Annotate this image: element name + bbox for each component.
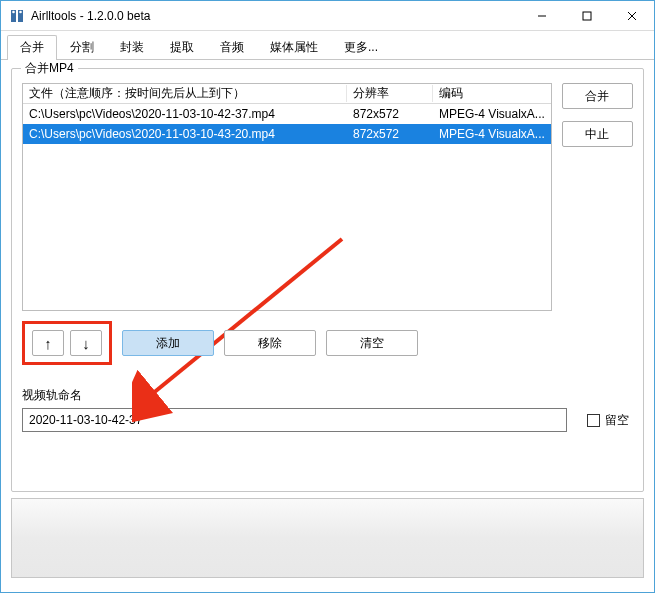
- track-name-label: 视频轨命名: [22, 387, 633, 404]
- button-label: 合并: [585, 88, 609, 105]
- cell-enc: MPEG-4 VisualxA...: [433, 127, 551, 141]
- file-list[interactable]: 文件（注意顺序：按时间先后从上到下） 分辨率 编码 C:\Users\pc\Vi…: [22, 83, 552, 311]
- cell-file: C:\Users\pc\Videos\2020-11-03-10-42-37.m…: [23, 107, 347, 121]
- clear-button[interactable]: 清空: [326, 330, 418, 356]
- button-label: 清空: [360, 335, 384, 352]
- close-button[interactable]: [609, 1, 654, 30]
- tab-package[interactable]: 封装: [107, 35, 157, 60]
- button-label: 移除: [258, 335, 282, 352]
- tab-split[interactable]: 分割: [57, 35, 107, 60]
- col-encoding[interactable]: 编码: [433, 85, 551, 102]
- cell-enc: MPEG-4 VisualxA...: [433, 107, 551, 121]
- move-down-button[interactable]: ↓: [70, 330, 102, 356]
- svg-point-3: [19, 10, 22, 13]
- tab-label: 封装: [120, 40, 144, 54]
- tab-label: 音频: [220, 40, 244, 54]
- tab-label: 媒体属性: [270, 40, 318, 54]
- log-output[interactable]: [11, 498, 644, 578]
- down-arrow-icon: ↓: [82, 335, 90, 352]
- tab-audio[interactable]: 音频: [207, 35, 257, 60]
- cell-res: 872x572: [347, 127, 433, 141]
- app-window: Airlltools - 1.2.0.0 beta 合并 分割 封装 提取 音频…: [0, 0, 655, 593]
- col-resolution[interactable]: 分辨率: [347, 85, 433, 102]
- tab-extract[interactable]: 提取: [157, 35, 207, 60]
- button-label: 添加: [156, 335, 180, 352]
- tab-label: 提取: [170, 40, 194, 54]
- merge-panel: 合并MP4 文件（注意顺序：按时间先后从上到下） 分辨率 编码 C:\Users…: [11, 68, 644, 492]
- tab-bar: 合并 分割 封装 提取 音频 媒体属性 更多...: [1, 31, 654, 60]
- leave-empty-checkbox[interactable]: [587, 414, 600, 427]
- tab-label: 合并: [20, 40, 44, 54]
- app-icon: [9, 8, 25, 24]
- svg-point-2: [12, 10, 15, 13]
- titlebar: Airlltools - 1.2.0.0 beta: [1, 1, 654, 31]
- maximize-button[interactable]: [564, 1, 609, 30]
- tab-label: 更多...: [344, 40, 378, 54]
- list-row[interactable]: C:\Users\pc\Videos\2020-11-03-10-43-20.m…: [23, 124, 551, 144]
- reorder-buttons-highlight: ↑ ↓: [22, 321, 112, 365]
- track-name-input[interactable]: [22, 408, 567, 432]
- tab-more[interactable]: 更多...: [331, 35, 391, 60]
- merge-button[interactable]: 合并: [562, 83, 633, 109]
- cell-file: C:\Users\pc\Videos\2020-11-03-10-43-20.m…: [23, 127, 347, 141]
- col-file[interactable]: 文件（注意顺序：按时间先后从上到下）: [23, 85, 347, 102]
- add-button[interactable]: 添加: [122, 330, 214, 356]
- window-title: Airlltools - 1.2.0.0 beta: [31, 9, 150, 23]
- remove-button[interactable]: 移除: [224, 330, 316, 356]
- leave-empty-label: 留空: [605, 412, 629, 429]
- tab-merge[interactable]: 合并: [7, 35, 57, 60]
- panel-title: 合并MP4: [21, 60, 78, 77]
- stop-button[interactable]: 中止: [562, 121, 633, 147]
- cell-res: 872x572: [347, 107, 433, 121]
- button-label: 中止: [585, 126, 609, 143]
- tab-media-props[interactable]: 媒体属性: [257, 35, 331, 60]
- minimize-button[interactable]: [519, 1, 564, 30]
- list-header: 文件（注意顺序：按时间先后从上到下） 分辨率 编码: [23, 84, 551, 104]
- list-row[interactable]: C:\Users\pc\Videos\2020-11-03-10-42-37.m…: [23, 104, 551, 124]
- up-arrow-icon: ↑: [44, 335, 52, 352]
- move-up-button[interactable]: ↑: [32, 330, 64, 356]
- svg-rect-5: [583, 12, 591, 20]
- tab-label: 分割: [70, 40, 94, 54]
